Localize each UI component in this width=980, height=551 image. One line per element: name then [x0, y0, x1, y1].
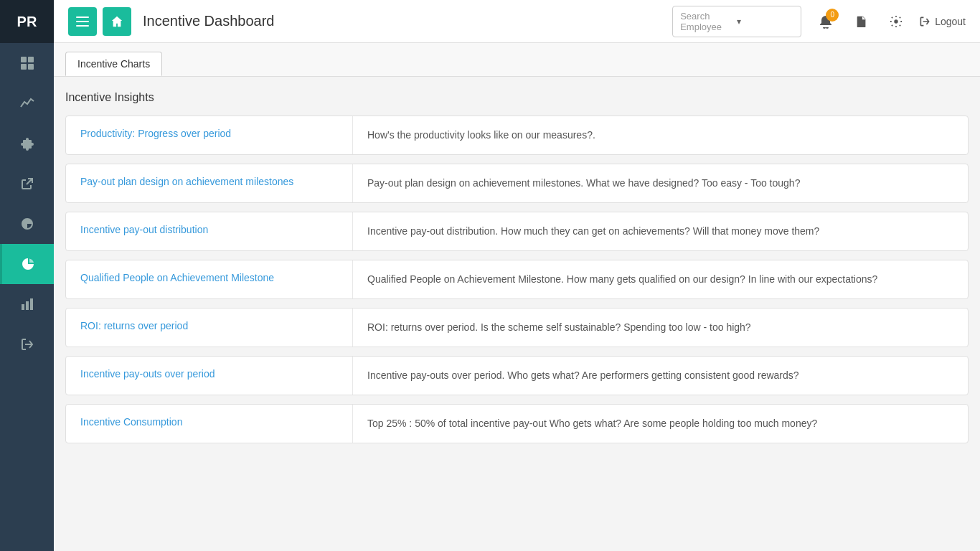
home-button[interactable]	[103, 7, 131, 36]
insight-card-6: Incentive ConsumptionTop 25% : 50% of to…	[65, 404, 969, 443]
notification-button[interactable]: 0	[813, 9, 839, 34]
insight-link-6[interactable]: Incentive Consumption	[80, 416, 182, 428]
insight-link-0[interactable]: Productivity: Progress over period	[80, 128, 231, 139]
insights-section: Incentive Insights Productivity: Progres…	[54, 77, 980, 466]
puzzle-icon	[20, 136, 34, 151]
svg-rect-4	[22, 304, 24, 310]
svg-rect-5	[26, 301, 29, 310]
insights-list: Productivity: Progress over periodHow's …	[65, 116, 969, 443]
svg-rect-8	[76, 21, 89, 22]
pie-chart-icon	[20, 217, 34, 231]
sidebar-item-analytics[interactable]	[0, 83, 54, 123]
insight-description-4: ROI: returns over period. Is the scheme …	[353, 309, 968, 347]
chart-line-icon	[20, 96, 34, 110]
insight-card-5: Incentive pay-outs over periodIncentive …	[65, 356, 969, 395]
external-link-icon	[20, 176, 34, 191]
logout-icon	[919, 16, 930, 27]
sidebar-item-logout[interactable]	[0, 324, 54, 364]
notification-badge: 0	[826, 9, 839, 22]
sidebar-item-dashboard[interactable]	[0, 43, 54, 83]
dropdown-arrow-icon: ▾	[737, 17, 793, 27]
sidebar-item-charts[interactable]	[0, 284, 54, 324]
logout-label: Logout	[935, 16, 966, 27]
document-icon	[855, 15, 868, 28]
insight-link-2[interactable]: Incentive pay-out distribution	[80, 224, 208, 235]
svg-rect-7	[76, 17, 89, 18]
insight-description-2: Incentive pay-out distribution. How much…	[353, 212, 968, 250]
sidebar-logo: PR	[0, 0, 54, 43]
tab-incentive-charts[interactable]: Incentive Charts	[65, 52, 162, 76]
tabs-bar: Incentive Charts	[54, 43, 980, 77]
search-employee-dropdown[interactable]: Search Employee ▾	[672, 6, 801, 37]
insight-card-3: Qualified People on Achievement Mileston…	[65, 260, 969, 299]
bar-chart-icon	[20, 297, 34, 311]
svg-rect-6	[30, 298, 33, 310]
insight-link-4[interactable]: ROI: returns over period	[80, 320, 188, 331]
svg-rect-2	[21, 64, 27, 70]
insight-card-0: Productivity: Progress over periodHow's …	[65, 116, 969, 155]
insight-description-0: How's the productivity looks like on our…	[353, 116, 968, 154]
svg-rect-9	[76, 25, 89, 27]
insight-link-1[interactable]: Pay-out plan design on achievement miles…	[80, 176, 293, 187]
svg-rect-0	[21, 57, 27, 62]
pie-chart-active-icon	[21, 257, 35, 271]
insights-title: Incentive Insights	[65, 91, 969, 104]
topbar: Incentive Dashboard Search Employee ▾ 0	[54, 0, 980, 43]
main-area: Incentive Dashboard Search Employee ▾ 0	[54, 0, 980, 551]
insight-card-2: Incentive pay-out distributionIncentive …	[65, 212, 969, 251]
home-icon	[110, 15, 123, 28]
insight-card-left-3: Qualified People on Achievement Mileston…	[66, 260, 353, 298]
insight-description-3: Qualified People on Achievement Mileston…	[353, 260, 968, 298]
insight-description-6: Top 25% : 50% of total incentive pay-out…	[353, 405, 968, 443]
insight-card-left-2: Incentive pay-out distribution	[66, 212, 353, 250]
sidebar: PR	[0, 0, 54, 551]
content-area: Incentive Charts Incentive Insights Prod…	[54, 43, 980, 551]
sidebar-item-incentive[interactable]	[0, 244, 54, 284]
insight-link-5[interactable]: Incentive pay-outs over period	[80, 368, 215, 380]
page-title: Incentive Dashboard	[143, 13, 274, 29]
grid-icon	[20, 56, 34, 70]
document-icon-button[interactable]	[850, 10, 873, 33]
insight-description-1: Pay-out plan design on achievement miles…	[353, 164, 968, 202]
sidebar-item-reports[interactable]	[0, 204, 54, 244]
sidebar-item-modules[interactable]	[0, 123, 54, 164]
svg-point-10	[894, 19, 897, 23]
insight-card-left-4: ROI: returns over period	[66, 309, 353, 347]
insight-card-4: ROI: returns over periodROI: returns ove…	[65, 308, 969, 347]
topbar-left-icons	[68, 7, 131, 36]
insight-card-left-0: Productivity: Progress over period	[66, 116, 353, 154]
sign-out-icon	[20, 337, 34, 352]
insight-card-left-1: Pay-out plan design on achievement miles…	[66, 164, 353, 202]
insight-card-1: Pay-out plan design on achievement miles…	[65, 164, 969, 203]
insight-card-left-6: Incentive Consumption	[66, 405, 353, 443]
settings-icon	[890, 15, 903, 28]
insight-card-left-5: Incentive pay-outs over period	[66, 357, 353, 395]
topbar-right: Search Employee ▾ 0	[672, 6, 966, 37]
settings-icon-button[interactable]	[885, 10, 908, 33]
menu-icon	[76, 17, 89, 27]
sidebar-item-external[interactable]	[0, 164, 54, 204]
menu-button[interactable]	[68, 7, 97, 36]
svg-rect-1	[28, 57, 34, 62]
insight-description-5: Incentive pay-outs over period. Who gets…	[353, 357, 968, 395]
insight-link-3[interactable]: Qualified People on Achievement Mileston…	[80, 272, 274, 283]
svg-rect-3	[28, 64, 34, 70]
logout-button[interactable]: Logout	[919, 16, 966, 27]
search-employee-label: Search Employee	[680, 11, 737, 32]
